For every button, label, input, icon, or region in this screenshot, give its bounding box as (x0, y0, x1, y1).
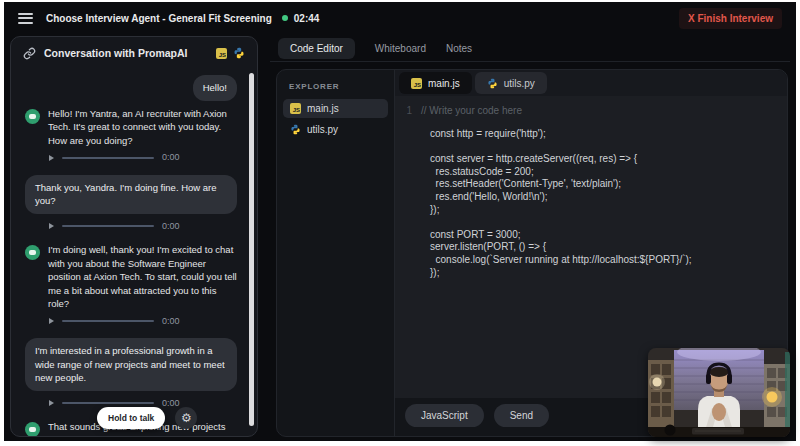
play-icon[interactable] (49, 155, 54, 161)
finish-interview-button[interactable]: X Finish Interview (679, 8, 782, 29)
audio-time: 0:00 (162, 220, 180, 234)
user-message-bubble: Hello! (193, 75, 237, 101)
line-number: 1 (395, 105, 421, 116)
file-tab-label: utils.py (504, 78, 535, 89)
audio-player: 0:00 (49, 220, 237, 234)
interview-timer: 02:44 (294, 13, 320, 24)
file-tab-utilspy[interactable]: utils.py (475, 72, 547, 94)
top-bar: Choose Interview Agent - General Fit Scr… (4, 2, 796, 34)
audio-player: 0:00 (49, 151, 237, 165)
page-title: Choose Interview Agent - General Fit Scr… (46, 13, 272, 24)
webcam-video-frame (648, 348, 790, 437)
explorer-file-mainjs[interactable]: JS main.js (283, 99, 388, 118)
conversation-panel: Conversation with PromapAI JS Hello! Hel… (10, 36, 258, 437)
audio-time: 0:00 (162, 151, 180, 165)
explorer-file-utilspy[interactable]: utils.py (283, 120, 388, 139)
audio-progress-bar[interactable] (62, 225, 154, 227)
send-button[interactable]: Send (494, 404, 549, 427)
ai-avatar (25, 245, 40, 260)
recording-status-dot (282, 15, 288, 21)
message-list: Hello! Hello! I'm Yantra, an AI recruite… (11, 71, 245, 436)
workspace-tabbar: Code Editor Whiteboard Notes (270, 36, 790, 62)
js-file-icon[interactable]: JS (216, 48, 227, 59)
ai-message-text: I'm doing well, thank you! I'm excited t… (48, 243, 237, 311)
language-select-button[interactable]: JavaScript (405, 404, 484, 427)
user-message: Hello! (25, 75, 237, 101)
ai-message-text: Hello! I'm Yantra, an AI recruiter with … (48, 107, 237, 148)
ai-avatar (25, 109, 40, 124)
user-message: Thank you, Yandra. I'm doing fine. How a… (25, 175, 237, 214)
file-name: main.js (307, 103, 339, 114)
tab-code-editor[interactable]: Code Editor (278, 38, 355, 59)
file-tabs-strip: JS main.js utils.py (395, 70, 787, 96)
ai-avatar (25, 422, 40, 436)
tab-notes[interactable]: Notes (446, 43, 472, 54)
audio-progress-bar[interactable] (62, 157, 154, 159)
editor-placeholder: // Write your code here (421, 105, 522, 116)
audio-player: 0:00 (49, 315, 237, 329)
python-file-icon[interactable] (233, 47, 245, 59)
user-message-bubble: I'm interested in a professional growth … (25, 338, 237, 391)
chat-scrollbar[interactable] (249, 73, 254, 426)
ai-message: I'm doing well, thank you! I'm excited t… (25, 243, 237, 311)
file-tab-mainjs[interactable]: JS main.js (399, 72, 472, 94)
play-icon[interactable] (49, 223, 54, 229)
python-file-icon (487, 78, 498, 89)
python-file-icon (290, 124, 301, 135)
play-icon[interactable] (49, 400, 54, 406)
link-icon (23, 47, 36, 60)
webcam-preview (648, 348, 790, 437)
app-window: Choose Interview Agent - General Fit Scr… (4, 2, 796, 441)
file-name: utils.py (307, 124, 338, 135)
code-content[interactable]: const http = require('http'); const serv… (430, 128, 787, 279)
tab-whiteboard[interactable]: Whiteboard (375, 43, 426, 54)
user-message-bubble: Thank you, Yandra. I'm doing fine. How a… (25, 175, 237, 214)
conversation-title: Conversation with PromapAI (44, 47, 208, 59)
conversation-header: Conversation with PromapAI JS (11, 37, 257, 69)
user-message: I'm interested in a professional growth … (25, 338, 237, 391)
js-file-icon: JS (411, 78, 422, 89)
hold-to-talk-button[interactable]: Hold to talk (97, 407, 165, 429)
hamburger-menu-icon[interactable] (18, 13, 33, 24)
play-icon[interactable] (49, 318, 54, 324)
audio-progress-bar[interactable] (62, 402, 154, 404)
explorer-header: EXPLORER (277, 78, 394, 97)
audio-progress-bar[interactable] (62, 320, 154, 322)
audio-time: 0:00 (162, 315, 180, 329)
explorer-sidebar: EXPLORER JS main.js utils.py (277, 70, 395, 436)
ai-message: Hello! I'm Yantra, an AI recruiter with … (25, 107, 237, 148)
js-file-icon: JS (290, 103, 301, 114)
file-tab-label: main.js (428, 78, 460, 89)
gear-icon[interactable]: ⚙ (175, 407, 197, 429)
